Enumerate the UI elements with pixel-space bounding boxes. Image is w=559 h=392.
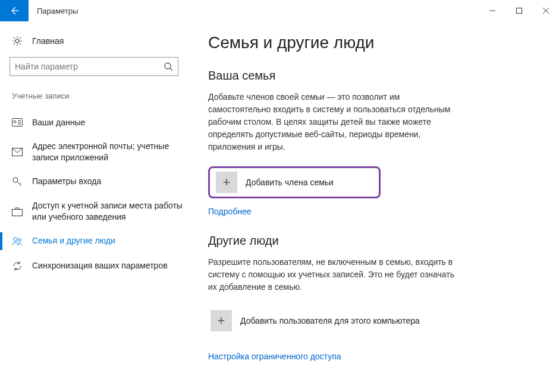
svg-rect-0 (516, 8, 522, 14)
sync-icon (12, 261, 23, 271)
svg-point-3 (14, 121, 16, 123)
home-nav[interactable]: Главная (10, 36, 188, 46)
sidebar-item-label: Адрес электронной почты; учетные записи … (32, 141, 186, 163)
sidebar-item-family[interactable]: Семья и другие люди (10, 229, 188, 254)
briefcase-icon (12, 207, 23, 216)
arrow-left-icon (9, 5, 20, 16)
search-box[interactable] (10, 57, 178, 76)
sidebar-item-work[interactable]: Доступ к учетной записи места работы или… (10, 194, 188, 229)
home-label: Главная (32, 36, 64, 46)
svg-rect-6 (12, 209, 23, 216)
people-icon (12, 236, 23, 246)
svg-point-7 (14, 238, 17, 241)
content-pane: Семья и другие люди Ваша семья Добавьте … (188, 21, 559, 392)
sidebar-item-signin[interactable]: Параметры входа (10, 169, 188, 194)
close-button[interactable] (532, 0, 559, 21)
sidebar-item-label: Ваши данные (32, 117, 85, 128)
category-label: Учетные записи (10, 91, 188, 100)
learn-more-link[interactable]: Подробнее (208, 207, 252, 216)
sidebar-item-email[interactable]: Адрес электронной почты; учетные записи … (10, 135, 188, 169)
sidebar-item-label: Семья и другие люди (32, 235, 115, 246)
titlebar: Параметры (0, 0, 559, 21)
sidebar-item-label: Синхронизация ваших параметров (32, 260, 168, 271)
search-icon (164, 62, 173, 71)
family-section-title: Ваша семья (208, 69, 541, 83)
key-icon (12, 176, 23, 187)
sidebar-item-sync[interactable]: Синхронизация ваших параметров (10, 254, 188, 279)
search-input[interactable] (15, 62, 164, 71)
sidebar-item-your-info[interactable]: Ваши данные (10, 110, 188, 135)
plus-icon: + (211, 310, 232, 331)
add-family-member-button[interactable]: + Добавить члена семьи (208, 166, 381, 198)
others-description: Разрешите пользователям, не включенным в… (208, 256, 464, 293)
assigned-access-link[interactable]: Настройка ограниченного доступа (208, 352, 341, 361)
add-family-label: Добавить члена семьи (246, 178, 334, 187)
back-button[interactable] (0, 0, 29, 21)
maximize-button[interactable] (505, 0, 532, 21)
sidebar: Главная Учетные записи Ваши данные Адрес… (0, 21, 188, 392)
mail-icon (12, 148, 23, 156)
svg-point-1 (165, 63, 171, 69)
plus-icon: + (216, 172, 237, 193)
window-title: Параметры (29, 0, 479, 21)
svg-point-5 (13, 178, 18, 182)
window-controls (479, 0, 559, 21)
family-description: Добавьте членов своей семьи — это позвол… (208, 91, 464, 153)
gear-icon (12, 36, 23, 46)
id-card-icon (12, 118, 23, 127)
page-title: Семья и другие люди (208, 33, 541, 52)
add-other-label: Добавить пользователя для этого компьюте… (240, 316, 420, 325)
sidebar-item-label: Доступ к учетной записи места работы или… (32, 200, 186, 223)
sidebar-item-label: Параметры входа (32, 176, 101, 187)
add-other-user-button[interactable]: + Добавить пользователя для этого компью… (208, 306, 541, 335)
minimize-button[interactable] (479, 0, 505, 21)
others-section-title: Другие люди (208, 234, 541, 248)
svg-point-8 (18, 238, 21, 241)
